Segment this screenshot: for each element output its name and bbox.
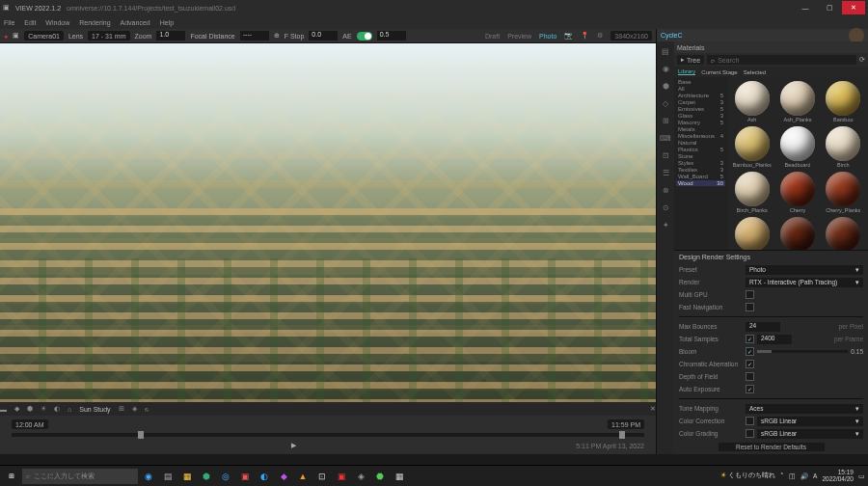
material-tree-item[interactable]: Architecture5: [676, 93, 725, 98]
taskbar-search[interactable]: ⌕ ここに入力して検索: [22, 469, 138, 484]
material-item[interactable]: Beadboard: [776, 126, 818, 168]
ae-value[interactable]: 0.5: [377, 31, 406, 40]
totalsamples-checkbox[interactable]: ✓: [746, 335, 754, 343]
nav-icon[interactable]: ⌨: [660, 132, 671, 144]
refresh-icon[interactable]: ⟳: [859, 56, 865, 64]
viewport-render[interactable]: [0, 43, 656, 402]
notifications-icon[interactable]: ▭: [858, 472, 865, 480]
material-tree-item[interactable]: Miscellaneous4: [676, 133, 725, 139]
colorgrad-checkbox[interactable]: [746, 429, 754, 438]
settings-icon[interactable]: ⚙: [597, 32, 603, 40]
window-close-button[interactable]: ✕: [842, 1, 865, 14]
material-item[interactable]: Cherry_Planks: [823, 172, 864, 213]
tray-ime-icon[interactable]: A: [813, 472, 817, 479]
material-item[interactable]: Birch: [823, 126, 864, 168]
material-item[interactable]: Cork: [731, 217, 773, 250]
taskbar-app-icon[interactable]: ⊡: [313, 468, 331, 485]
menu-edit[interactable]: Edit: [24, 19, 36, 26]
nav-icon[interactable]: ☰: [660, 167, 671, 178]
taskbar-app-icon[interactable]: ▣: [236, 468, 254, 485]
tool-icon[interactable]: ⌂: [68, 406, 71, 413]
record-icon[interactable]: ●: [4, 33, 8, 40]
autoexp-checkbox[interactable]: ✓: [746, 385, 754, 393]
material-item[interactable]: Ash_Planks: [776, 81, 818, 122]
material-tree-item[interactable]: Carpet3: [676, 99, 725, 105]
bloom-slider[interactable]: [757, 350, 848, 353]
menu-help[interactable]: Help: [160, 19, 174, 26]
tool-icon[interactable]: ⎋: [145, 406, 149, 413]
taskbar-app-icon[interactable]: ◈: [352, 468, 369, 485]
material-item[interactable]: Birch_Planks: [731, 172, 773, 213]
tool-icon[interactable]: ◆: [14, 405, 19, 413]
tool-icon[interactable]: ◐: [54, 405, 60, 413]
material-search-input[interactable]: ⌕ Search: [707, 55, 856, 65]
nav-icon[interactable]: ✦: [660, 219, 671, 230]
mode-draft[interactable]: Draft: [485, 33, 500, 40]
totalsamples-input[interactable]: 2400: [757, 335, 792, 344]
window-minimize-button[interactable]: —: [794, 1, 817, 14]
tool-icon[interactable]: ☀: [41, 405, 46, 413]
nav-icon[interactable]: ⊞: [660, 115, 671, 126]
nav-icon[interactable]: ◇: [660, 97, 671, 109]
material-tree-item[interactable]: Stone: [676, 153, 725, 159]
mode-photo[interactable]: Photo: [539, 33, 556, 40]
start-button[interactable]: ⊞: [3, 468, 20, 485]
tray-chevron-icon[interactable]: ˄: [780, 472, 784, 480]
tree-toggle[interactable]: ▸ Tree: [677, 55, 704, 65]
fastnav-checkbox[interactable]: [746, 303, 754, 311]
focal-input[interactable]: ----: [240, 31, 269, 40]
preset-dropdown[interactable]: Photo▾: [746, 265, 863, 275]
taskbar-app-icon[interactable]: ▦: [391, 468, 408, 485]
taskbar-app-icon[interactable]: ▣: [333, 468, 350, 485]
taskbar-app-icon[interactable]: ⬢: [198, 468, 215, 485]
nav-icon[interactable]: ⬢: [660, 80, 671, 92]
material-tree-item[interactable]: Glass3: [676, 113, 725, 119]
nav-icon[interactable]: ▤: [660, 45, 671, 57]
material-tree-item[interactable]: Plastics5: [676, 147, 725, 152]
tool-icon[interactable]: ⊞: [119, 405, 124, 413]
lens-value[interactable]: 17 - 31 mm: [88, 31, 129, 40]
bloom-checkbox[interactable]: ✓: [746, 347, 754, 356]
taskbar-app-icon[interactable]: ◐: [256, 468, 273, 485]
tray-network-icon[interactable]: ◫: [789, 472, 796, 480]
account-label[interactable]: CycleC: [661, 32, 683, 39]
tray-volume-icon[interactable]: 🔊: [800, 472, 808, 480]
colorcorr-checkbox[interactable]: [746, 417, 754, 425]
nav-icon[interactable]: ◉: [660, 63, 671, 74]
material-item[interactable]: Bamboo: [823, 81, 864, 122]
material-tree-item[interactable]: Emissives5: [676, 106, 725, 112]
ae-toggle[interactable]: [357, 32, 372, 40]
menu-rendering[interactable]: Rendering: [79, 19, 110, 26]
timeline-track[interactable]: [12, 433, 644, 437]
timeline-handle-right[interactable]: [619, 431, 625, 439]
menu-file[interactable]: File: [4, 19, 14, 26]
tool-icon[interactable]: ⬢: [27, 405, 33, 413]
resolution-display[interactable]: 3840x2160: [610, 31, 652, 40]
camera-selector[interactable]: Camera01: [24, 31, 64, 40]
weather-widget[interactable]: ☀ くもりのち晴れ: [720, 472, 775, 480]
material-tree-item[interactable]: All: [676, 86, 725, 92]
tool-icon[interactable]: ◈: [132, 405, 137, 413]
tab-current-stage[interactable]: Current Stage: [701, 69, 737, 75]
material-tree-item[interactable]: Wall_Board5: [676, 174, 725, 179]
menu-advanced[interactable]: Advanced: [121, 19, 150, 26]
maxbounces-input[interactable]: 24: [746, 322, 780, 332]
pin-icon[interactable]: 📍: [581, 32, 589, 40]
timeline-start-time[interactable]: 12:00 AM: [12, 419, 48, 429]
window-maximize-button[interactable]: ▢: [818, 1, 841, 14]
chroma-checkbox[interactable]: ✓: [746, 360, 754, 368]
crosshair-icon[interactable]: ⊕: [274, 32, 280, 40]
camera-icon[interactable]: ▣: [13, 32, 19, 40]
tab-library[interactable]: Library: [678, 68, 695, 75]
timeline-play-button[interactable]: ▶: [289, 441, 299, 450]
material-item[interactable]: Cherry: [776, 172, 818, 213]
taskbar-app-icon[interactable]: ◆: [275, 468, 292, 485]
material-tree-item[interactable]: Metals: [676, 126, 725, 132]
snapshot-icon[interactable]: 📷: [564, 32, 573, 40]
material-item[interactable]: Mahogany: [776, 217, 818, 250]
material-tree-item[interactable]: Natural: [676, 140, 725, 146]
render-dropdown[interactable]: RTX - Interactive (Path Tracing)▾: [746, 278, 863, 287]
taskbar-date[interactable]: 2022/04/20: [822, 476, 854, 483]
nav-icon[interactable]: ⊡: [660, 149, 671, 161]
taskbar-app-icon[interactable]: ◎: [217, 468, 234, 485]
